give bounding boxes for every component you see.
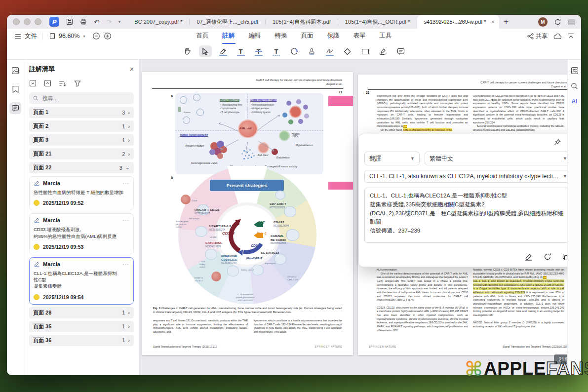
page-group-row[interactable]: 頁面 2 1› xyxy=(29,120,134,132)
cloud-upload-icon[interactable] xyxy=(553,33,562,39)
fig-fine-label: IL-15 membrane bound (persistance and ex… xyxy=(236,293,254,302)
page-group-row[interactable]: 頁面 1 3› xyxy=(29,107,134,118)
close-tab-icon[interactable]: × xyxy=(491,19,494,25)
target-language-select[interactable]: 繁體中文 ▼ xyxy=(425,152,567,165)
eraser-tool[interactable] xyxy=(341,45,354,57)
annotation-search[interactable] xyxy=(29,92,134,104)
shape-rectangle-tool[interactable] xyxy=(359,45,372,57)
highlighted-text[interactable]: AML is characterized by an increase in t… xyxy=(403,128,452,131)
signature-tool[interactable] xyxy=(377,45,390,57)
share-button[interactable]: 共享 xyxy=(527,32,548,40)
collapse-all-icon[interactable] xyxy=(29,79,37,87)
mode-value: 翻譯 xyxy=(369,155,381,163)
hand-tool[interactable] xyxy=(181,45,194,57)
tab-document-3[interactable]: 105(1~4)自然科題本.pdf xyxy=(266,15,338,29)
save-icon[interactable] xyxy=(66,18,73,25)
hamburger-menu-icon[interactable] xyxy=(568,19,575,25)
tab-document-active[interactable]: s41392-025-...269-w.pdf * × xyxy=(417,15,499,29)
copy-result-icon[interactable] xyxy=(562,253,567,261)
squiggly-underline-tool[interactable]: T xyxy=(270,45,283,57)
strategy-label: CARAML BE CAR33 xyxy=(271,234,286,242)
zoom-dropdown-icon[interactable]: ▾ xyxy=(83,34,85,39)
close-panel-icon[interactable]: × xyxy=(130,65,134,73)
underline-text-tool[interactable]: T xyxy=(235,45,247,57)
translation-result[interactable]: CLL-1。CLL-1,也稱為CLEC12A,是一種髓系抑制性C型 凝集素樣受體… xyxy=(364,188,567,243)
thumbnails-panel-icon[interactable] xyxy=(9,65,21,77)
redo-icon[interactable]: ↷ xyxy=(106,18,112,26)
note-annotation-icon[interactable] xyxy=(543,276,547,279)
new-tab-button[interactable]: + xyxy=(504,17,509,26)
page-view-icon[interactable] xyxy=(49,33,55,39)
page-group-row[interactable]: 頁面 35 1› xyxy=(29,321,134,332)
account-avatar[interactable]: M xyxy=(538,17,548,27)
refresh-translation-icon[interactable] xyxy=(544,253,551,261)
window-zoom-button[interactable] xyxy=(35,18,41,25)
pink-highlight-mark[interactable] xyxy=(328,96,353,106)
more-options-icon[interactable]: ··· xyxy=(122,217,129,223)
color-swatch-yellow[interactable] xyxy=(34,294,39,300)
tab-document-4[interactable]: 105(1~4)自然..._OCR.pdf * xyxy=(338,15,417,29)
annotation-card[interactable]: Marcia ··· CD33:唾液酸殘基刺激, 約85%的急性髓性白血病(AM… xyxy=(29,213,134,254)
zoom-level-value[interactable]: 96.60% xyxy=(59,33,79,39)
zoom-out-icon[interactable] xyxy=(92,32,100,40)
highlight-tool[interactable] xyxy=(217,45,230,57)
color-swatch-yellow[interactable] xyxy=(34,200,39,206)
sync-history-icon[interactable] xyxy=(554,18,561,26)
more-options-icon[interactable]: ··· xyxy=(122,180,129,186)
properties-panel-icon[interactable] xyxy=(571,67,579,75)
shape-ellipse-tool[interactable] xyxy=(288,45,301,57)
page-group-row[interactable]: 頁面 36 1› xyxy=(29,335,134,346)
menu-home[interactable]: 首頁 xyxy=(196,29,209,44)
select-tool[interactable] xyxy=(199,45,212,57)
menu-annotate[interactable]: 註解 xyxy=(222,29,235,44)
highlight-result-icon[interactable] xyxy=(524,253,533,261)
more-options-icon[interactable]: ··· xyxy=(122,261,129,267)
comment-tool[interactable] xyxy=(394,45,407,57)
sort-icon[interactable] xyxy=(59,80,67,87)
strikethrough-text-tool[interactable]: T xyxy=(252,45,265,57)
window-minimize-button[interactable] xyxy=(24,18,31,25)
translate-mode-select[interactable]: 翻譯 ▼ xyxy=(364,152,420,165)
page-group-row[interactable]: 頁面 3 1› xyxy=(29,134,134,146)
undo-icon[interactable]: ↶ xyxy=(94,18,99,26)
document-view[interactable]: CAR-T cell therapy for cancer: current c… xyxy=(139,60,567,375)
menu-page[interactable]: 頁面 xyxy=(301,29,314,44)
tab-document-2[interactable]: 07_選修化學上..._ch5.pdf xyxy=(190,15,265,29)
page-group-row[interactable]: 頁面 28 1› xyxy=(29,307,134,318)
print-icon[interactable] xyxy=(80,18,87,25)
collapse-toolbar-icon[interactable] xyxy=(568,33,574,39)
pink-highlight-mark[interactable] xyxy=(328,182,353,190)
menu-edit[interactable]: 編輯 xyxy=(248,29,262,44)
page-group-row[interactable]: 頁面 21 2› xyxy=(29,148,134,159)
menu-forms[interactable]: 表單 xyxy=(353,29,366,44)
menu-tools[interactable]: 工具 xyxy=(379,29,392,44)
annotations-panel-icon[interactable] xyxy=(9,102,21,114)
pen-draw-tool[interactable] xyxy=(323,45,336,57)
tab-document-1[interactable]: BC 2007_copy.pdf * xyxy=(127,15,189,29)
pdf-page-21[interactable]: CAR-T cell therapy for cancer: current c… xyxy=(142,72,353,355)
color-swatch-yellow[interactable] xyxy=(34,244,39,250)
fig-label: CD33 xyxy=(251,244,260,247)
annotation-card[interactable]: Marcia ··· 急性髓性白血病的特徵是 T 細胞的數量增加 2025/12… xyxy=(29,176,134,210)
filter-icon[interactable] xyxy=(74,80,81,87)
menu-protect[interactable]: 保護 xyxy=(327,29,340,44)
search-icon[interactable] xyxy=(571,82,578,90)
page-group-row-expanded[interactable]: 頁面 22 3⌄ xyxy=(29,162,134,173)
group-label: 頁面 3 xyxy=(33,136,48,144)
annotation-toolbar: T T T xyxy=(7,43,581,60)
annotation-card-selected[interactable]: Marcia ··· CLL-1:也稱為CLEC12A,是一種髓系抑制 性C型 … xyxy=(29,257,134,305)
bookmarks-panel-icon[interactable] xyxy=(9,83,21,95)
trial-id: NCT03971799 xyxy=(221,262,236,264)
note-annotation-icon[interactable] xyxy=(403,125,407,128)
search-input[interactable] xyxy=(41,95,130,102)
chevron-down-icon[interactable]: ▾ xyxy=(118,19,121,24)
file-menu-button[interactable]: 文件 xyxy=(15,32,37,40)
zoom-in-icon[interactable] xyxy=(104,32,112,40)
source-text-select[interactable]: CLL-1. CLL-1, also known as CLEC12A, mye… xyxy=(364,170,567,183)
menu-convert[interactable]: 轉換 xyxy=(274,29,288,44)
ai-assistant-button[interactable]: AI xyxy=(572,98,578,105)
stamp-tool[interactable] xyxy=(306,45,318,57)
expand-all-icon[interactable] xyxy=(44,79,51,87)
window-close-button[interactable] xyxy=(13,18,20,25)
pin-icon[interactable] xyxy=(554,139,561,146)
